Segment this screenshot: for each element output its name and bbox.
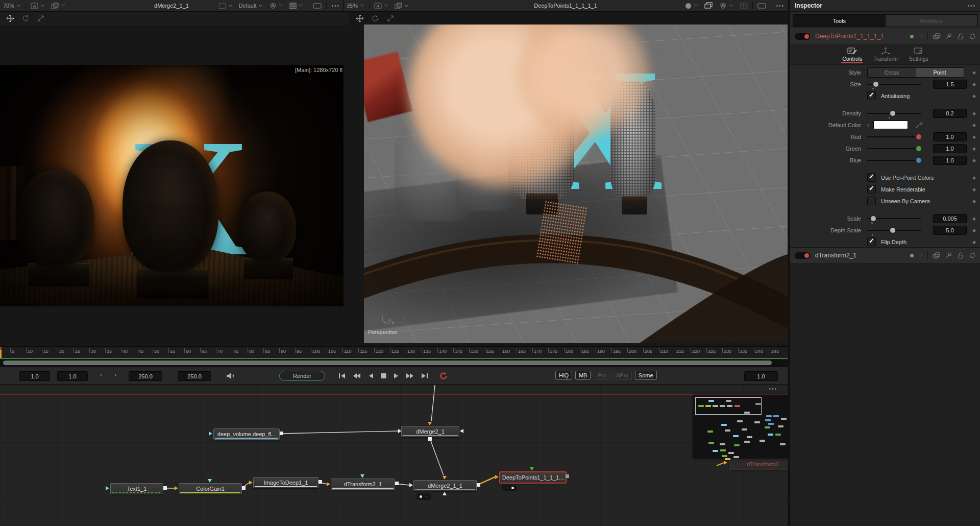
value-field[interactable]: 5.0 (933, 226, 967, 235)
checkbox-checked[interactable] (867, 185, 876, 194)
segment-point[interactable]: Point (916, 68, 964, 77)
value-field[interactable]: 0.005 (933, 214, 967, 223)
quality-toggle-prx[interactable]: Prx (594, 371, 609, 380)
right-layer-select[interactable] (391, 3, 412, 9)
loop-icon[interactable] (439, 372, 448, 379)
node-colorgain1[interactable]: ColorGain1 (179, 483, 242, 494)
rewind-icon[interactable] (353, 373, 361, 379)
output-port[interactable] (280, 432, 283, 435)
right-zoom-select[interactable]: 35% (344, 3, 368, 9)
rotate-tool-icon[interactable] (371, 14, 379, 22)
keyframe-diamond[interactable]: ◆ (972, 175, 976, 180)
inspector-menu[interactable]: ••• (967, 3, 976, 9)
quality-toggle-mb[interactable]: MB (575, 371, 591, 380)
output-port[interactable] (428, 437, 432, 441)
right-channel-select[interactable]: A (371, 3, 391, 9)
quality-toggle-some[interactable]: Some (635, 371, 657, 380)
keyframe-diamond[interactable]: ◆ (972, 123, 976, 128)
keyframe-diamond[interactable]: ◆ (972, 70, 976, 75)
keyframe-diamond[interactable]: ◆ (972, 187, 976, 192)
subtab-controls[interactable]: Controls (841, 47, 863, 63)
keyframe-diamond[interactable]: ◆ (972, 199, 976, 204)
viewer-assign-badge[interactable] (502, 485, 517, 491)
step-back-button[interactable]: ‹ (100, 371, 102, 378)
range-end-field[interactable]: 250.0 (178, 371, 211, 381)
node-dmerge2-1-1[interactable]: dMerge2_1_1 (413, 480, 477, 491)
viewer-assign-badge[interactable] (416, 493, 431, 500)
left-roi-select[interactable] (215, 3, 236, 9)
node-deep-volume-deep-fl-[interactable]: deep_volume.deep_fl... (213, 428, 280, 440)
keyframe-diamond[interactable]: ◆ (972, 146, 976, 151)
node-text1-1[interactable]: Text1_1 (110, 483, 163, 494)
quality-toggle-hiq[interactable]: HiQ (555, 371, 572, 380)
node-deeptopoints1-1-1-1-[interactable]: DeepToPoints1_1_1_1... (499, 471, 567, 484)
left-color-controls[interactable] (266, 3, 286, 9)
right-frame-button[interactable] (754, 3, 769, 9)
expander-icon[interactable]: › (867, 122, 869, 129)
slider-track[interactable] (867, 230, 921, 231)
versions-icon[interactable] (933, 252, 941, 259)
comp-start-field[interactable]: 1.0 (19, 371, 50, 381)
versions-icon[interactable] (933, 33, 941, 40)
left-lut-select[interactable]: Default (236, 3, 266, 9)
scrollbar-thumb[interactable] (3, 361, 772, 365)
output-port[interactable] (318, 480, 322, 484)
lock-icon[interactable] (957, 33, 964, 40)
node-dtransform2-1[interactable]: dTransform2_1 (331, 479, 395, 490)
color-swatch[interactable] (873, 121, 908, 129)
pin-icon[interactable] (945, 33, 952, 40)
checkbox-checked[interactable] (867, 91, 876, 100)
fast-forward-icon[interactable] (406, 373, 414, 379)
slider-thumb[interactable] (916, 134, 921, 139)
checkbox-checked[interactable] (867, 173, 876, 182)
subtab-transform[interactable]: Transform (872, 47, 898, 63)
slider-thumb[interactable] (916, 146, 921, 151)
render-button[interactable]: Render (279, 371, 325, 381)
checkbox-unchecked[interactable] (867, 197, 876, 205)
keyframe-diamond[interactable]: ◆ (972, 134, 976, 139)
slider-thumb[interactable] (916, 158, 921, 163)
left-grid-button[interactable] (286, 3, 306, 9)
playhead[interactable] (0, 347, 2, 358)
node-editor[interactable]: ••• deep_volume.deep_fl...dMerge2_1Text1… (0, 385, 788, 526)
right-viewer-menu[interactable]: ••• (773, 3, 788, 9)
slider-track[interactable] (867, 136, 921, 137)
tri-down-port[interactable] (360, 474, 364, 478)
left-viewer-image[interactable]: X [Main]: 1280x720 fl (0, 65, 344, 306)
eyedropper-icon[interactable] (915, 122, 923, 129)
tri-down-port[interactable] (208, 479, 212, 483)
tri-down-port[interactable] (530, 467, 534, 471)
pan-tool-icon[interactable] (356, 14, 364, 22)
slider-thumb[interactable] (873, 82, 878, 87)
left-frame-button[interactable] (310, 3, 325, 9)
value-field[interactable]: 1.0 (933, 132, 967, 141)
node-enable-toggle[interactable] (795, 33, 810, 40)
timeline-scrollbar[interactable] (0, 360, 788, 366)
left-viewer-menu[interactable]: ••• (328, 3, 343, 9)
output-port[interactable] (566, 474, 569, 478)
node-header-deeptopoints[interactable]: DeepToPoints1_1_1_1_1 (790, 29, 980, 44)
segment-cross[interactable]: Cross (868, 68, 916, 77)
goto-start-icon[interactable] (338, 373, 346, 379)
slider-thumb[interactable] (871, 216, 876, 221)
output-port[interactable] (163, 486, 167, 490)
scale-tool-icon[interactable] (386, 14, 395, 22)
right-quad-button[interactable] (737, 3, 751, 9)
node-editor-minimap[interactable] (693, 395, 788, 459)
tri-right-port[interactable] (106, 486, 109, 490)
lock-icon[interactable] (957, 252, 964, 259)
slider-thumb[interactable] (890, 111, 895, 116)
playback-speed-field[interactable]: 1.0 (744, 371, 778, 381)
subtab-settings[interactable]: Settings (908, 47, 929, 63)
value-field[interactable]: 1.0 (933, 156, 967, 165)
keyframe-diamond[interactable]: ◆ (972, 93, 976, 99)
chevron-down-icon[interactable] (918, 35, 923, 38)
keyframe-diamond[interactable]: ◆ (972, 158, 976, 163)
slider-track[interactable] (867, 160, 921, 161)
right-multiview-button[interactable] (701, 2, 716, 9)
view-mode-label[interactable]: Perspective (368, 329, 397, 335)
tri-left-port[interactable] (460, 429, 463, 433)
slider-track[interactable] (867, 218, 921, 219)
output-port[interactable] (242, 486, 246, 490)
left-channel-select[interactable]: A (28, 3, 48, 9)
